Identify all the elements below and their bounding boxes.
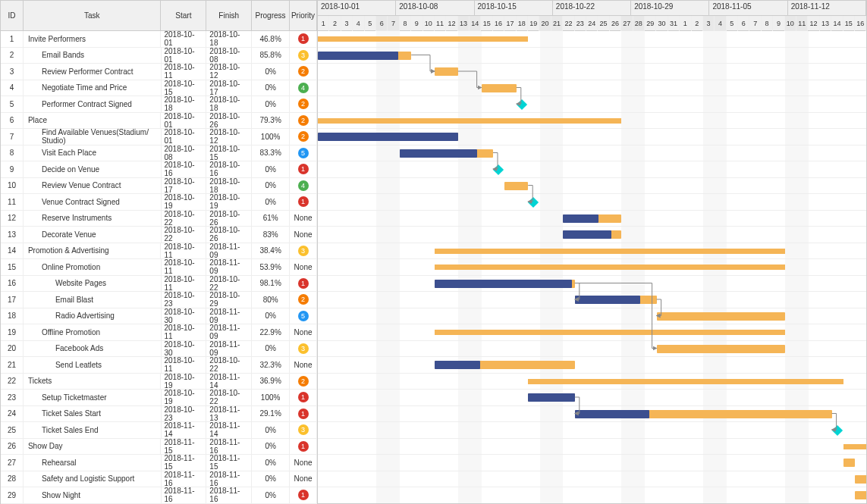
timeline-row[interactable] [318,422,866,439]
gantt-bar[interactable] [435,265,785,270]
table-row[interactable]: 27Rehearsal2018-11-152018-11-150%None [1,455,317,471]
cell-task[interactable]: Decide on Venue [24,161,162,177]
timeline-row[interactable] [318,211,866,227]
cell-task[interactable]: Show Day [24,439,162,455]
table-row[interactable]: 11Venue Contract Signed2018-10-192018-10… [1,194,317,211]
table-row[interactable]: 29Show Night2018-11-162018-11-160%1 [1,487,317,504]
table-row[interactable]: 15Online Promotion2018-10-112018-11-0953… [1,259,317,276]
gantt-bar[interactable] [504,182,528,190]
milestone-icon[interactable] [832,425,843,436]
cell-task[interactable]: Review Performer Contract [24,64,162,80]
cell-task[interactable]: Review Venue Contract [24,178,162,194]
cell-task[interactable]: Place [24,113,162,129]
cell-task[interactable]: Offline Promotion [24,324,162,340]
cell-task[interactable]: Ticket Sales End [24,422,162,438]
timeline-row[interactable] [318,455,866,471]
gantt-bar[interactable] [843,459,855,467]
gantt-bar[interactable] [855,475,866,484]
cell-task[interactable]: Negotiate Time and Price [24,80,162,96]
table-row[interactable]: 6Place2018-10-012018-10-2679.3%2 [1,113,317,130]
gantt-bar[interactable] [528,379,843,384]
table-row[interactable]: 19Offline Promotion2018-10-112018-11-092… [1,324,317,341]
cell-task[interactable]: Invite Performers [24,31,162,47]
gantt-bar[interactable] [435,249,785,254]
timeline-row[interactable] [318,80,866,97]
gantt-bar[interactable] [482,84,517,92]
timeline-row[interactable] [318,227,866,243]
table-row[interactable]: 14Promotion & Advertising2018-10-112018-… [1,243,317,260]
cell-task[interactable]: Rehearsal [24,455,162,471]
timeline-row[interactable] [318,259,866,276]
cell-task[interactable]: Radio Advertising [24,308,162,324]
table-row[interactable]: 17Email Blast2018-10-232018-10-2980%2 [1,292,317,308]
gantt-bar[interactable] [318,36,528,42]
timeline-row[interactable] [318,243,866,260]
cell-task[interactable]: Facebook Ads [24,341,162,357]
timeline-row[interactable] [318,161,866,178]
cell-task[interactable]: Venue Contract Signed [24,194,162,210]
timeline-row[interactable] [318,341,866,358]
gantt-bar[interactable] [843,444,866,449]
header-priority[interactable]: Priority [290,1,317,30]
cell-task[interactable]: Visit Each Place [24,146,162,161]
timeline-row[interactable] [318,471,866,488]
gantt-bar[interactable] [318,118,621,124]
table-row[interactable]: 24Ticket Sales Start2018-10-232018-11-13… [1,406,317,423]
cell-task[interactable]: Email Bands [24,48,162,64]
table-row[interactable]: 12Reserve Instruments2018-10-222018-10-2… [1,211,317,227]
header-progress[interactable]: Progress [252,1,290,30]
gantt-bar[interactable] [657,345,785,353]
table-row[interactable]: 1Invite Performers2018-10-012018-10-1846… [1,31,317,48]
timeline-row[interactable] [318,292,866,308]
cell-task[interactable]: Website Pages [24,276,162,292]
gantt-bar[interactable] [435,330,785,335]
table-row[interactable]: 8Visit Each Place2018-10-082018-10-1583.… [1,146,317,162]
table-row[interactable]: 9Decide on Venue2018-10-162018-10-160%1 [1,161,317,178]
header-id[interactable]: ID [1,1,24,30]
header-task[interactable]: Task [24,1,162,30]
timeline-row[interactable] [318,439,866,455]
cell-task[interactable]: Show Night [24,487,162,503]
table-row[interactable]: 2Email Bands2018-10-012018-10-0885.8%3 [1,48,317,64]
timeline-row[interactable] [318,96,866,113]
table-row[interactable]: 13Decorate Venue2018-10-222018-10-2683%N… [1,227,317,243]
table-row[interactable]: 10Review Venue Contract2018-10-172018-10… [1,178,317,195]
cell-task[interactable]: Setup Ticketmaster [24,390,162,405]
timeline-row[interactable] [318,324,866,341]
table-row[interactable]: 7Find Available Venues(Stadium/ Studio)2… [1,129,317,146]
timeline-row[interactable] [318,146,866,162]
timeline-row[interactable] [318,178,866,195]
cell-task[interactable]: Send Leatlets [24,357,162,373]
timeline-row[interactable] [318,129,866,146]
header-finish[interactable]: Finish [206,1,252,30]
table-row[interactable]: 23Setup Ticketmaster2018-10-192018-10-22… [1,390,317,406]
timeline-row[interactable] [318,194,866,211]
header-start[interactable]: Start [161,1,206,30]
table-row[interactable]: 26Show Day2018-11-152018-11-160%1 [1,439,317,455]
table-row[interactable]: 28Safety and Logistic Support2018-11-162… [1,471,317,488]
table-row[interactable]: 21Send Leatlets2018-10-112018-10-2232.3%… [1,357,317,374]
table-row[interactable]: 3Review Performer Contract2018-10-112018… [1,64,317,80]
timeline-row[interactable] [318,390,866,406]
gantt-bar[interactable] [435,67,458,76]
timeline-row[interactable] [318,487,866,503]
table-row[interactable]: 20Facebook Ads2018-10-302018-11-090%3 [1,341,317,358]
table-row[interactable]: 5Performer Contract Signed2018-10-182018… [1,96,317,113]
gantt-bar[interactable] [855,491,866,499]
timeline-row[interactable] [318,374,866,390]
cell-task[interactable]: Promotion & Advertising [24,243,162,259]
timeline-row[interactable] [318,357,866,374]
cell-task[interactable]: Online Promotion [24,259,162,275]
milestone-icon[interactable] [528,197,539,208]
timeline-row[interactable] [318,113,866,130]
timeline-row[interactable] [318,48,866,64]
cell-task[interactable]: Tickets [24,374,162,390]
timeline-row[interactable] [318,276,866,293]
table-row[interactable]: 22Tickets2018-10-192018-11-1436.9%2 [1,374,317,390]
timeline-row[interactable] [318,64,866,80]
timeline-row[interactable] [318,31,866,48]
cell-task[interactable]: Email Blast [24,292,162,308]
cell-task[interactable]: Safety and Logistic Support [24,471,162,487]
cell-task[interactable]: Performer Contract Signed [24,96,162,112]
cell-task[interactable]: Ticket Sales Start [24,406,162,422]
